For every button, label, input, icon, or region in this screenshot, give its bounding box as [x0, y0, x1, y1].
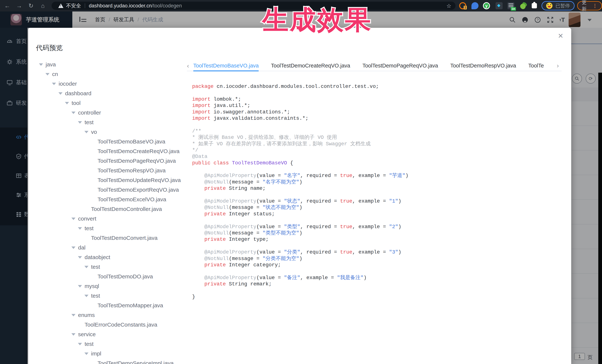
tree-file[interactable]: ToolTestDemoDO.java: [37, 272, 182, 281]
tree-folder[interactable]: dataobject: [37, 252, 182, 262]
file-tab[interactable]: ToolTestDemoPageReqVO.java: [362, 60, 438, 71]
tree-folder[interactable]: mysql: [37, 281, 182, 291]
tree-folder[interactable]: test: [37, 339, 182, 349]
tree-folder[interactable]: impl: [37, 349, 182, 358]
tree-file[interactable]: ToolTestDemoCreateReqVO.java: [37, 146, 182, 156]
tabs-scroll-right-icon[interactable]: ›: [557, 62, 563, 69]
tree-node-label: ToolTestDemoExcelVO.java: [97, 196, 166, 203]
tree-file[interactable]: ToolErrorCodeConstants.java: [37, 320, 182, 330]
extension-green-icon[interactable]: y: [483, 2, 490, 9]
tree-file[interactable]: ToolTestDemoMapper.java: [37, 301, 182, 310]
tree-file[interactable]: ToolTestDemoPageReqVO.java: [37, 156, 182, 166]
file-tab[interactable]: ToolTestDemoRespVO.java: [450, 60, 516, 71]
caret-down-icon[interactable]: [78, 285, 82, 287]
code-line: [192, 122, 408, 128]
code-line: * 如果子 VO 存在差异的字段，请不要添加到这里，影响 Swagger 文档生…: [192, 141, 408, 147]
tree-file[interactable]: ToolTestDemoConvert.java: [37, 233, 182, 243]
caret-down-icon[interactable]: [84, 353, 88, 355]
caret-down-icon[interactable]: [65, 102, 69, 104]
tree-folder[interactable]: controller: [37, 108, 182, 117]
caret-down-icon[interactable]: [78, 256, 82, 259]
tree-folder[interactable]: test: [37, 224, 182, 233]
code-line: /**: [192, 128, 408, 134]
extension-puzzle-icon[interactable]: [531, 2, 538, 9]
code-line: import javax.validation.constraints.*;: [192, 115, 408, 122]
tree-file[interactable]: ToolTestDemoController.java: [37, 204, 182, 214]
tree-node-label: enums: [78, 312, 95, 318]
code-line: }: [192, 294, 408, 300]
extension-on-badge: on: [511, 7, 516, 11]
code-line: import lombok.*;: [192, 96, 408, 103]
caret-down-icon[interactable]: [52, 83, 56, 85]
caret-down-icon[interactable]: [71, 218, 75, 220]
extension-drop-icon[interactable]: [472, 2, 478, 9]
tree-folder[interactable]: java: [37, 60, 182, 69]
code-line: */: [192, 147, 408, 154]
tree-folder[interactable]: iocoder: [37, 79, 182, 89]
tree-node-label: test: [85, 119, 94, 125]
tree-file[interactable]: ToolTestDemoUpdateReqVO.java: [37, 175, 182, 185]
browser-home-icon[interactable]: ⌂: [39, 1, 47, 10]
tree-node-label: test: [91, 293, 100, 299]
paused-extension-pill[interactable]: 已暂停: [542, 1, 575, 10]
caret-down-icon[interactable]: [78, 121, 82, 124]
tree-folder[interactable]: vo: [37, 127, 182, 137]
browser-back-icon[interactable]: ←: [3, 1, 11, 10]
tree-folder[interactable]: enums: [37, 310, 182, 320]
caret-down-icon[interactable]: [71, 314, 75, 316]
code-line: [192, 90, 408, 96]
caret-down-icon[interactable]: [84, 266, 88, 268]
caret-down-icon[interactable]: [78, 343, 82, 345]
extension-plant-icon[interactable]: [520, 2, 527, 9]
update-button[interactable]: 更新 ⋮: [577, 1, 602, 10]
url-path: /tool/codegen: [152, 3, 182, 9]
caret-down-icon[interactable]: [45, 73, 50, 75]
tree-file[interactable]: ToolTestDemoRespVO.java: [37, 166, 182, 175]
file-tab[interactable]: ToolTestDemoBaseVO.java: [193, 60, 259, 71]
tree-node-label: dal: [78, 244, 86, 251]
browser-forward-icon[interactable]: →: [15, 1, 23, 10]
extension-diamond-icon[interactable]: ◆: [495, 2, 503, 9]
tree-folder[interactable]: tool: [37, 98, 182, 108]
tree-file[interactable]: ToolTestDemoExcelVO.java: [37, 195, 182, 204]
paused-label: 已暂停: [555, 3, 570, 9]
caret-down-icon[interactable]: [84, 131, 88, 133]
bookmark-star-icon[interactable]: ☆: [446, 3, 452, 9]
tree-folder[interactable]: test: [37, 117, 182, 127]
tree-folder[interactable]: dashboard: [37, 89, 182, 98]
tree-node-label: ToolTestDemoUpdateReqVO.java: [97, 177, 181, 183]
browser-reload-icon[interactable]: ↻: [27, 1, 35, 10]
browser-menu-icon[interactable]: ⋮: [592, 3, 597, 9]
tree-folder[interactable]: dal: [37, 243, 182, 252]
tree-node-label: controller: [78, 110, 101, 116]
close-icon[interactable]: ✕: [558, 33, 563, 39]
tree-folder[interactable]: service: [37, 330, 182, 339]
tree-node-label: java: [46, 61, 56, 68]
code-line: [192, 287, 408, 294]
tabs-scroll-left-icon[interactable]: ‹: [187, 62, 193, 69]
caret-down-icon[interactable]: [71, 333, 75, 336]
caret-down-icon[interactable]: [84, 295, 88, 297]
extension-list-icon[interactable]: on: [507, 2, 515, 9]
tree-file[interactable]: ToolTestDemoExportReqVO.java: [37, 185, 182, 195]
tree-node-label: ToolErrorCodeConstants.java: [85, 322, 157, 328]
tree-file[interactable]: ToolTestDemoBaseVO.java: [37, 137, 182, 146]
file-tab[interactable]: ToolTestDemoCreateReqVO.java: [271, 60, 350, 71]
tree-folder[interactable]: cn: [37, 69, 182, 79]
tree-folder[interactable]: test: [37, 291, 182, 301]
tree-file[interactable]: ToolTestDemoServiceImpl.java: [37, 358, 182, 364]
url-host: dashboard.yudao.iocoder.cn: [89, 3, 152, 9]
extension-orange-icon[interactable]: 1: [459, 2, 466, 9]
caret-down-icon[interactable]: [78, 227, 82, 230]
code-view[interactable]: package cn.iocoder.dashboard.modules.too…: [192, 83, 408, 300]
tree-folder[interactable]: convert: [37, 214, 182, 224]
tree-node-label: test: [85, 225, 94, 231]
caret-down-icon[interactable]: [71, 112, 75, 114]
caret-down-icon[interactable]: [58, 92, 63, 95]
caret-down-icon[interactable]: [71, 247, 75, 249]
file-tab[interactable]: ToolTe: [528, 60, 544, 71]
caret-down-icon[interactable]: [39, 63, 43, 66]
tree-folder[interactable]: test: [37, 262, 182, 272]
code-line: @ApiModelProperty(value = "分类", required…: [192, 249, 408, 255]
tree-node-label: tool: [72, 100, 80, 106]
